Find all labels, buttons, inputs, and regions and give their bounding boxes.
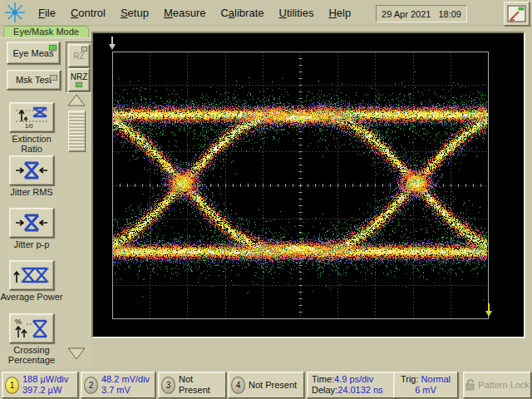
msk-test-label: Msk Test <box>16 75 52 85</box>
jitter-pp-icon <box>13 212 50 234</box>
jitter-pp-label: Jitter p-p <box>0 239 63 249</box>
touchscreen-button[interactable] <box>504 2 530 26</box>
rz-led <box>81 47 87 52</box>
eye-diagram-canvas <box>93 33 524 337</box>
pattern-lock-button[interactable]: Pattern Lock <box>463 372 531 398</box>
menu-utilities[interactable]: Utilities <box>279 7 314 19</box>
status-bar: 1 188 µW/div 397.2 µW 2 48.2 mV/div 3.7 … <box>0 369 532 399</box>
channel-3-badge: 3 <box>161 377 175 394</box>
rz-label: RZ <box>73 52 84 61</box>
delay-value: 24.0132 ns <box>337 385 382 395</box>
extinction-ratio-button[interactable]: 1/0 <box>9 102 54 132</box>
eye-meas-label: Eye Meas <box>13 48 54 58</box>
extinction-ratio-label: Extinction Ratio <box>0 134 63 154</box>
scroll-thumb[interactable] <box>68 111 86 152</box>
time-label: Time: <box>312 374 334 384</box>
svg-text:%: % <box>15 318 22 326</box>
crossing-percentage-label: Crossing Percentage <box>0 345 63 365</box>
trigger-button[interactable]: Trig: Normal 6 mV <box>393 372 458 398</box>
agilent-spark-icon <box>4 2 26 23</box>
pattern-lock-label: Pattern Lock <box>478 380 530 390</box>
extinction-ratio-item: 1/0 Extinction Ratio <box>0 102 63 154</box>
sidebar-scrollbar[interactable] <box>66 93 86 361</box>
time-value: 4.9 ps/div <box>334 374 373 384</box>
rz-nrz-panel: RZ NRZ <box>66 42 91 93</box>
extinction-ratio-icon: 1/0 <box>13 106 50 129</box>
sidebar: Eye Meas Msk Test RZ NRZ 1/0 Extincti <box>0 37 91 368</box>
msk-test-button[interactable]: Msk Test <box>7 70 61 90</box>
nrz-led <box>76 82 82 87</box>
menu-file[interactable]: File <box>38 7 56 19</box>
channel-2-offset: 3.7 mV <box>101 385 150 396</box>
nrz-button[interactable]: NRZ <box>68 68 90 91</box>
rz-button[interactable]: RZ <box>68 44 90 67</box>
channel-1-button[interactable]: 1 188 µW/div 397.2 µW <box>2 372 78 398</box>
nrz-label: NRZ <box>71 72 88 81</box>
menu-control[interactable]: Control <box>71 7 106 19</box>
crossing-percentage-button[interactable]: % <box>9 313 54 343</box>
date-text: 29 Apr 2021 <box>382 9 431 19</box>
average-power-button[interactable] <box>9 260 54 290</box>
eye-meas-button[interactable]: Eye Meas <box>7 42 60 64</box>
channel-2-button[interactable]: 2 48.2 mV/div 3.7 mV <box>81 372 155 398</box>
datetime-display: 29 Apr 2021 18:09 <box>376 5 467 22</box>
trig-mode: Normal <box>421 374 451 384</box>
eye-meas-led <box>49 45 57 51</box>
touchscreen-icon <box>507 5 526 22</box>
jitter-rms-icon <box>13 160 50 181</box>
average-power-icon <box>12 264 51 286</box>
jitter-pp-item: Jitter p-p <box>0 208 63 249</box>
menu-setup[interactable]: Setup <box>121 7 149 19</box>
crossing-percentage-icon: % <box>13 317 50 340</box>
trig-level: 6 mV <box>415 385 436 396</box>
channel-4-button[interactable]: 4 Not Present <box>228 372 304 398</box>
menu-calibrate[interactable]: Calibrate <box>220 7 264 19</box>
channel-3-status: Not Present <box>179 374 225 396</box>
svg-text:1/0: 1/0 <box>25 123 33 129</box>
channel-2-scale: 48.2 mV/div <box>101 374 150 385</box>
jitter-rms-button[interactable] <box>9 155 54 185</box>
time-text: 18:09 <box>438 9 461 19</box>
waveform-display <box>91 32 525 338</box>
channel-1-badge: 1 <box>5 377 19 394</box>
channel-3-button[interactable]: 3 Not Present <box>158 372 226 398</box>
channel-1-offset: 397.2 µW <box>22 385 68 396</box>
channel-4-status: Not Present <box>249 380 297 391</box>
channel-1-scale: 188 µW/div <box>22 374 68 385</box>
jitter-rms-label: Jitter RMS <box>0 187 63 197</box>
msk-test-led <box>50 75 57 81</box>
jitter-pp-button[interactable] <box>9 208 54 238</box>
scroll-up-arrow[interactable] <box>66 93 86 107</box>
menu-help[interactable]: Help <box>328 7 351 19</box>
menu-measure[interactable]: Measure <box>164 7 206 19</box>
jitter-rms-item: Jitter RMS <box>0 155 63 197</box>
scroll-down-arrow[interactable] <box>66 347 86 361</box>
channel-2-badge: 2 <box>84 377 98 394</box>
mode-tab: Eye/Mask Mode <box>3 26 89 38</box>
lock-icon <box>465 378 475 392</box>
channel-4-badge: 4 <box>231 377 245 394</box>
timebase-button[interactable]: Time:4.9 ps/div Delay:24.0132 ns <box>307 372 396 398</box>
average-power-item: Average Power <box>0 260 63 302</box>
average-power-label: Average Power <box>0 292 63 302</box>
crossing-percentage-item: % Crossing Percentage <box>0 313 63 365</box>
trig-label: Trig: <box>401 374 419 384</box>
delay-label: Delay: <box>312 385 337 395</box>
